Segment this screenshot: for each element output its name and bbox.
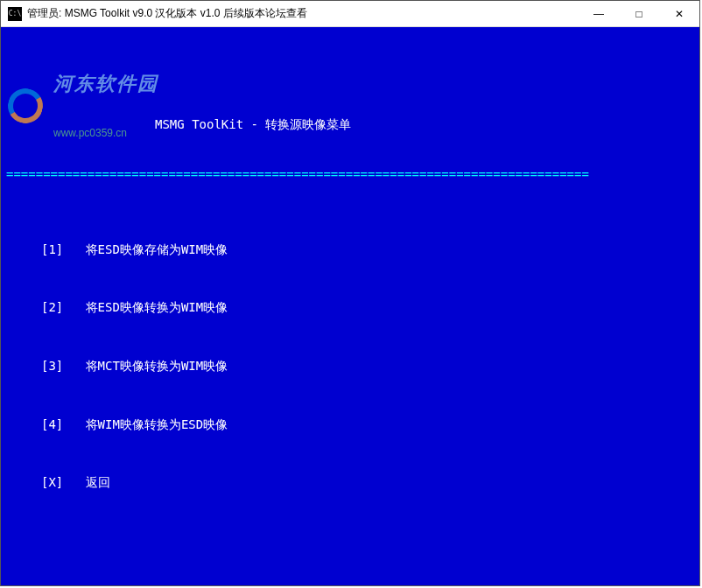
window-controls: — □ ✕ — [579, 1, 699, 26]
watermark-site-name: 河东软件园 — [53, 71, 158, 97]
window-title: 管理员: MSMG Toolkit v9.0 汉化版本 v1.0 后续版本论坛查… — [27, 6, 579, 21]
menu-key: [4] — [41, 417, 63, 431]
cmd-icon: C:\ — [8, 7, 22, 21]
watermark: 河东软件园 www.pc0359.cn — [6, 38, 158, 173]
menu-label: 将ESD映像转换为WIM映像 — [86, 300, 228, 314]
spacer — [6, 541, 694, 585]
menu-item-x[interactable]: [X] 返回 — [6, 474, 694, 491]
maximize-button[interactable]: □ — [619, 1, 659, 26]
menu-label: 返回 — [86, 475, 110, 489]
titlebar[interactable]: C:\ 管理员: MSMG Toolkit v9.0 汉化版本 v1.0 后续版… — [1, 1, 699, 27]
menu-item-4[interactable]: [4] 将WIM映像转换为ESD映像 — [6, 416, 694, 433]
menu-label: 将ESD映像存储为WIM映像 — [86, 242, 228, 256]
divider-top: ========================================… — [6, 166, 694, 183]
menu-label: 将WIM映像转换为ESD映像 — [86, 417, 228, 431]
watermark-text: 河东软件园 www.pc0359.cn — [53, 38, 158, 173]
menu-key: [X] — [41, 475, 63, 489]
menu-label: 将MCT映像转换为WIM映像 — [86, 359, 228, 373]
minimize-button[interactable]: — — [579, 1, 619, 26]
menu-item-1[interactable]: [1] 将ESD映像存储为WIM映像 — [6, 242, 694, 258]
menu-title: MSMG ToolKit - 转换源映像菜单 — [6, 116, 694, 133]
menu-key: [1] — [41, 242, 63, 256]
menu-key: [2] — [41, 300, 63, 314]
console-area[interactable]: 河东软件园 www.pc0359.cn MSMG ToolKit - 转换源映像… — [1, 27, 699, 585]
menu-key: [3] — [41, 359, 63, 373]
menu-item-3[interactable]: [3] 将MCT映像转换为WIM映像 — [6, 358, 694, 374]
app-window: C:\ 管理员: MSMG Toolkit v9.0 汉化版本 v1.0 后续版… — [0, 0, 700, 586]
menu-item-2[interactable]: [2] 将ESD映像转换为WIM映像 — [6, 299, 694, 316]
close-button[interactable]: ✕ — [659, 1, 699, 26]
